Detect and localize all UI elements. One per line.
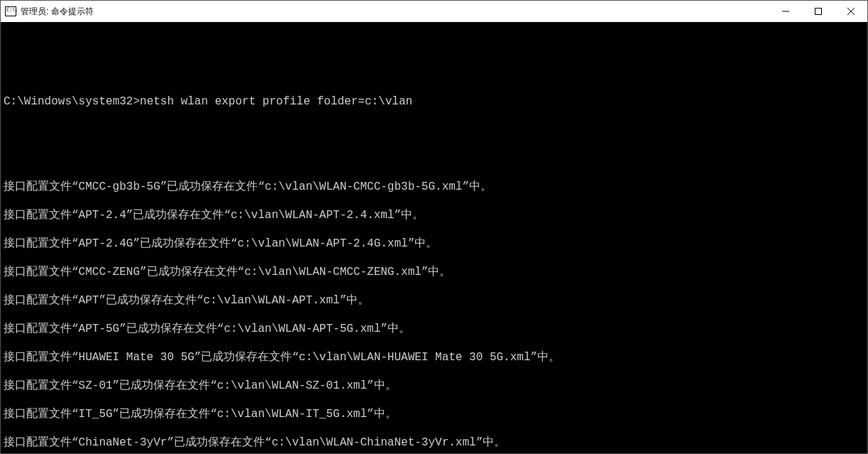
command-line: C:\Windows\system32>netsh wlan export pr… [4, 94, 864, 109]
titlebar[interactable]: C:\. 管理员: 命令提示符 [1, 1, 867, 22]
command-prompt-window: C:\. 管理员: 命令提示符 C:\Windows\system32>nets… [0, 0, 868, 454]
export-result-line: 接口配置文件“HUAWEI Mate 30 5G”已成功保存在文件“c:\vla… [4, 350, 864, 364]
blank-line [4, 137, 864, 151]
blank-line [4, 222, 864, 237]
blank-line [4, 308, 864, 322]
close-icon [847, 8, 855, 15]
window-title: 管理员: 命令提示符 [21, 6, 94, 18]
export-result-line: 接口配置文件“ChinaNet-3yVr”已成功保存在文件“c:\vlan\WL… [4, 436, 864, 450]
cmd-icon: C:\. [5, 6, 16, 16]
titlebar-left: C:\. 管理员: 命令提示符 [5, 6, 94, 18]
export-result-line: 接口配置文件“IT_5G”已成功保存在文件“c:\vlan\WLAN-IT_5G… [4, 407, 864, 421]
export-result-line: 接口配置文件“SZ-01”已成功保存在文件“c:\vlan\WLAN-SZ-01… [4, 379, 864, 393]
maximize-icon [815, 8, 822, 15]
prompt-path: C:\Windows\system32> [4, 95, 140, 108]
svg-rect-1 [815, 9, 822, 15]
blank-line [4, 251, 864, 265]
export-result-line: 接口配置文件“APT-2.4G”已成功保存在文件“c:\vlan\WLAN-AP… [4, 237, 864, 251]
blank-line [4, 279, 864, 293]
blank-line [4, 393, 864, 407]
minimize-icon [782, 8, 789, 15]
minimize-button[interactable] [769, 1, 802, 22]
export-result-line: 接口配置文件“APT-5G”已成功保存在文件“c:\vlan\WLAN-APT-… [4, 322, 864, 336]
close-button[interactable] [835, 1, 867, 22]
terminal-output[interactable]: C:\Windows\system32>netsh wlan export pr… [1, 22, 867, 453]
entered-command: netsh wlan export profile folder=c:\vlan [140, 95, 412, 108]
export-result-line: 接口配置文件“APT-2.4”已成功保存在文件“c:\vlan\WLAN-APT… [4, 208, 864, 222]
export-result-line: 接口配置文件“APT”已成功保存在文件“c:\vlan\WLAN-APT.xml… [4, 293, 864, 308]
window-controls [769, 1, 867, 22]
blank-line [4, 336, 864, 350]
blank-line [4, 450, 864, 453]
blank-line [4, 421, 864, 436]
blank-line [4, 364, 864, 379]
blank-line [4, 194, 864, 208]
blank-line [4, 52, 864, 66]
export-results: 接口配置文件“CMCC-gb3b-5G”已成功保存在文件“c:\vlan\WLA… [4, 180, 864, 453]
export-result-line: 接口配置文件“CMCC-gb3b-5G”已成功保存在文件“c:\vlan\WLA… [4, 180, 864, 194]
export-result-line: 接口配置文件“CMCC-ZENG”已成功保存在文件“c:\vlan\WLAN-C… [4, 265, 864, 279]
maximize-button[interactable] [802, 1, 835, 22]
